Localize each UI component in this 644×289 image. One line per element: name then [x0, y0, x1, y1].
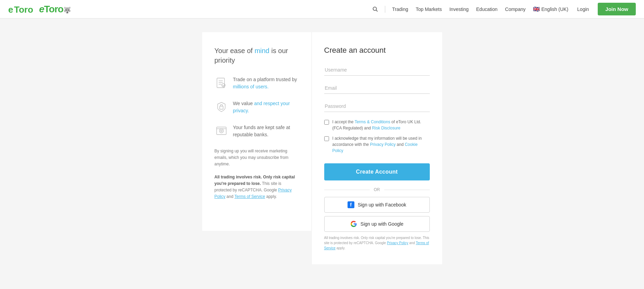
- nav-education[interactable]: Education: [473, 5, 500, 13]
- risk-bold: All trading involves risk. Only risk cap…: [215, 175, 295, 186]
- feature-text-1: Trade on a platform trusted by millions …: [233, 76, 299, 90]
- tagline-part1: Your ease of: [215, 47, 255, 54]
- password-group: [324, 101, 430, 112]
- feature-list: Trade on a platform trusted by millions …: [215, 76, 299, 138]
- bottom-apply: apply.: [336, 246, 345, 250]
- svg-text:e: e: [8, 4, 13, 15]
- logo-text: eToro🐺: [39, 4, 71, 15]
- terms-of-service-link[interactable]: Terms of Service: [234, 194, 265, 199]
- login-link[interactable]: Login: [573, 5, 593, 13]
- header: e Toro eToro🐺 Trading Top Markets Invest…: [0, 0, 644, 18]
- facebook-label: Sign up with Facebook: [358, 202, 406, 208]
- email-group: [324, 83, 430, 94]
- nav-trading[interactable]: Trading: [389, 5, 411, 13]
- username-group: [324, 64, 430, 76]
- safe-funds-icon: [215, 124, 228, 138]
- privacy-icon: [215, 100, 228, 114]
- svg-rect-11: [220, 106, 223, 109]
- or-line-left: [324, 190, 370, 190]
- main-content: Your ease of mind is our priority: [0, 18, 644, 289]
- privacy-label: I acknowledge that my information will b…: [332, 135, 430, 154]
- flag-icon: 🇬🇧: [533, 6, 540, 12]
- svg-point-14: [220, 130, 222, 132]
- apply-text: apply.: [266, 194, 277, 199]
- promo-disclaimer: By signing up you will receive marketing…: [215, 148, 299, 168]
- svg-text:Toro: Toro: [14, 4, 33, 15]
- terms-conditions-link[interactable]: Terms & Conditions: [355, 120, 390, 124]
- feature-item-2: We value and respect your privacy.: [215, 100, 299, 114]
- privacy-text-middle: and: [396, 142, 405, 147]
- terms-checkbox[interactable]: [324, 120, 329, 125]
- svg-point-13: [219, 129, 223, 133]
- logo-svg: e Toro: [8, 4, 39, 15]
- or-divider: OR: [324, 187, 430, 192]
- terms-text-before: I accept the: [332, 120, 355, 124]
- svg-rect-12: [217, 127, 226, 135]
- tagline: Your ease of mind is our priority: [215, 46, 299, 65]
- platform-trust-icon: [215, 76, 228, 90]
- tagline-highlight: mind: [255, 47, 269, 54]
- left-panel: Your ease of mind is our priority: [202, 32, 312, 231]
- google-icon: [350, 221, 357, 227]
- username-input[interactable]: [324, 64, 430, 76]
- bottom-privacy-link[interactable]: Privacy Policy: [387, 241, 408, 245]
- google-label: Sign up with Google: [361, 221, 403, 227]
- facebook-icon: f: [348, 201, 354, 208]
- feature-item-3: Your funds are kept safe at reputable ba…: [215, 124, 299, 138]
- google-signup-button[interactable]: Sign up with Google: [324, 216, 430, 232]
- or-text: OR: [374, 187, 380, 192]
- nav-investing[interactable]: Investing: [447, 5, 471, 13]
- right-panel: Create an account I accept the Terms & C…: [312, 32, 442, 264]
- risk-disclaimer: All trading involves risk. Only risk cap…: [215, 174, 299, 200]
- svg-line-3: [376, 10, 378, 11]
- password-input[interactable]: [324, 101, 430, 112]
- email-input[interactable]: [324, 83, 430, 94]
- privacy-checkbox[interactable]: [324, 136, 329, 141]
- privacy-checkbox-group: I acknowledge that my information will b…: [324, 135, 430, 154]
- lang-label: English (UK): [541, 7, 568, 12]
- risk-disclosure-link[interactable]: Risk Disclosure: [372, 126, 401, 130]
- nav-top-markets[interactable]: Top Markets: [413, 5, 445, 13]
- search-icon[interactable]: [370, 4, 381, 15]
- or-line-right: [384, 190, 430, 190]
- and-text: and: [227, 194, 234, 199]
- bottom-and: and: [408, 241, 416, 245]
- logo[interactable]: e Toro eToro🐺: [8, 4, 71, 15]
- svg-point-2: [373, 7, 377, 10]
- nav-divider: [385, 6, 385, 13]
- feature-text-3: Your funds are kept safe at reputable ba…: [233, 124, 299, 138]
- facebook-signup-button[interactable]: f Sign up with Facebook: [324, 197, 430, 213]
- feature-item-1: Trade on a platform trusted by millions …: [215, 76, 299, 90]
- create-account-button[interactable]: Create Account: [324, 163, 430, 180]
- language-selector[interactable]: 🇬🇧 English (UK): [530, 4, 571, 14]
- terms-label: I accept the Terms & Conditions of eToro…: [332, 119, 430, 131]
- form-title: Create an account: [324, 46, 430, 55]
- nav-company[interactable]: Company: [502, 5, 528, 13]
- main-nav: Trading Top Markets Investing Education …: [370, 3, 636, 15]
- bottom-disclaimer: All trading involves risk. Only risk cap…: [324, 235, 430, 251]
- feature-text-2: We value and respect your privacy.: [233, 100, 299, 114]
- join-now-button[interactable]: Join Now: [598, 3, 636, 15]
- terms-checkbox-group: I accept the Terms & Conditions of eToro…: [324, 119, 430, 131]
- privacy-policy-link-form[interactable]: Privacy Policy: [370, 142, 396, 147]
